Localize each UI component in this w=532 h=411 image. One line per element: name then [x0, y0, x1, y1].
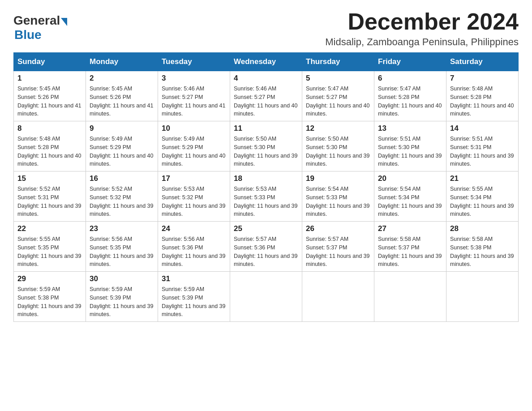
- day-info: Sunrise: 5:45 AMSunset: 5:26 PMDaylight:…: [17, 85, 82, 118]
- calendar-cell: [230, 272, 302, 322]
- day-number: 25: [234, 224, 298, 233]
- page-header: General Blue December 2024 Midsalip, Zam…: [13, 9, 519, 48]
- calendar-table: SundayMondayTuesdayWednesdayThursdayFrid…: [13, 52, 519, 322]
- calendar-cell: 13Sunrise: 5:51 AMSunset: 5:30 PMDayligh…: [374, 121, 446, 171]
- logo-general-text: General: [13, 13, 60, 28]
- day-number: 9: [90, 124, 154, 133]
- day-info: Sunrise: 5:54 AMSunset: 5:34 PMDaylight:…: [378, 185, 442, 218]
- logo-arrow-icon: [61, 18, 67, 26]
- day-number: 10: [162, 124, 226, 133]
- calendar-cell: 11Sunrise: 5:50 AMSunset: 5:30 PMDayligh…: [230, 121, 302, 171]
- day-info: Sunrise: 5:48 AMSunset: 5:28 PMDaylight:…: [17, 135, 82, 168]
- calendar-cell: 1Sunrise: 5:45 AMSunset: 5:26 PMDaylight…: [14, 71, 86, 121]
- day-info: Sunrise: 5:52 AMSunset: 5:32 PMDaylight:…: [90, 185, 154, 218]
- day-number: 21: [450, 174, 515, 183]
- day-info: Sunrise: 5:56 AMSunset: 5:35 PMDaylight:…: [90, 235, 154, 269]
- calendar-cell: 20Sunrise: 5:54 AMSunset: 5:34 PMDayligh…: [374, 171, 446, 222]
- day-number: 15: [17, 174, 82, 183]
- month-title: December 2024: [325, 9, 519, 34]
- calendar-cell: 10Sunrise: 5:49 AMSunset: 5:29 PMDayligh…: [158, 121, 230, 171]
- week-row-3: 15Sunrise: 5:52 AMSunset: 5:31 PMDayligh…: [14, 171, 519, 222]
- day-number: 11: [234, 124, 298, 133]
- calendar-cell: 5Sunrise: 5:47 AMSunset: 5:27 PMDaylight…: [302, 71, 374, 121]
- calendar-cell: 30Sunrise: 5:59 AMSunset: 5:39 PMDayligh…: [86, 272, 158, 322]
- day-number: 23: [90, 224, 154, 233]
- day-number: 12: [306, 124, 370, 133]
- week-row-5: 29Sunrise: 5:59 AMSunset: 5:38 PMDayligh…: [14, 272, 519, 322]
- calendar-cell: 18Sunrise: 5:53 AMSunset: 5:33 PMDayligh…: [230, 171, 302, 222]
- day-info: Sunrise: 5:59 AMSunset: 5:39 PMDaylight:…: [162, 285, 226, 319]
- day-info: Sunrise: 5:49 AMSunset: 5:29 PMDaylight:…: [162, 135, 226, 168]
- day-number: 22: [17, 224, 82, 233]
- day-info: Sunrise: 5:54 AMSunset: 5:33 PMDaylight:…: [306, 185, 370, 218]
- calendar-cell: 15Sunrise: 5:52 AMSunset: 5:31 PMDayligh…: [14, 171, 86, 222]
- calendar-cell: [446, 272, 519, 322]
- day-info: Sunrise: 5:55 AMSunset: 5:34 PMDaylight:…: [450, 185, 515, 218]
- day-number: 20: [378, 174, 442, 183]
- logo-blue-text: Blue: [14, 28, 67, 42]
- day-info: Sunrise: 5:56 AMSunset: 5:36 PMDaylight:…: [162, 235, 226, 269]
- day-number: 26: [306, 224, 370, 233]
- calendar-cell: 12Sunrise: 5:50 AMSunset: 5:30 PMDayligh…: [302, 121, 374, 171]
- calendar-cell: 22Sunrise: 5:55 AMSunset: 5:35 PMDayligh…: [14, 222, 86, 272]
- day-number: 7: [450, 74, 515, 83]
- day-number: 3: [162, 74, 226, 83]
- day-info: Sunrise: 5:55 AMSunset: 5:35 PMDaylight:…: [17, 235, 82, 269]
- day-info: Sunrise: 5:45 AMSunset: 5:26 PMDaylight:…: [90, 85, 154, 118]
- calendar-cell: 17Sunrise: 5:53 AMSunset: 5:32 PMDayligh…: [158, 171, 230, 222]
- calendar-cell: 9Sunrise: 5:49 AMSunset: 5:29 PMDaylight…: [86, 121, 158, 171]
- calendar-cell: 28Sunrise: 5:58 AMSunset: 5:38 PMDayligh…: [446, 222, 519, 272]
- day-number: 14: [450, 124, 515, 133]
- calendar-cell: 16Sunrise: 5:52 AMSunset: 5:32 PMDayligh…: [86, 171, 158, 222]
- day-number: 30: [90, 274, 154, 283]
- day-number: 31: [162, 274, 226, 283]
- day-number: 19: [306, 174, 370, 183]
- calendar-cell: 29Sunrise: 5:59 AMSunset: 5:38 PMDayligh…: [14, 272, 86, 322]
- calendar-cell: 31Sunrise: 5:59 AMSunset: 5:39 PMDayligh…: [158, 272, 230, 322]
- calendar-cell: 2Sunrise: 5:45 AMSunset: 5:26 PMDaylight…: [86, 71, 158, 121]
- day-number: 1: [17, 74, 82, 83]
- calendar-cell: 7Sunrise: 5:48 AMSunset: 5:28 PMDaylight…: [446, 71, 519, 121]
- weekday-header-tuesday: Tuesday: [158, 53, 230, 71]
- day-info: Sunrise: 5:47 AMSunset: 5:28 PMDaylight:…: [378, 85, 442, 118]
- day-info: Sunrise: 5:58 AMSunset: 5:37 PMDaylight:…: [378, 235, 442, 269]
- calendar-cell: 21Sunrise: 5:55 AMSunset: 5:34 PMDayligh…: [446, 171, 519, 222]
- day-info: Sunrise: 5:59 AMSunset: 5:38 PMDaylight:…: [17, 285, 82, 319]
- day-number: 27: [378, 224, 442, 233]
- day-number: 4: [234, 74, 298, 83]
- calendar-cell: 24Sunrise: 5:56 AMSunset: 5:36 PMDayligh…: [158, 222, 230, 272]
- calendar-cell: 8Sunrise: 5:48 AMSunset: 5:28 PMDaylight…: [14, 121, 86, 171]
- calendar-cell: 26Sunrise: 5:57 AMSunset: 5:37 PMDayligh…: [302, 222, 374, 272]
- calendar-cell: [374, 272, 446, 322]
- day-number: 18: [234, 174, 298, 183]
- day-info: Sunrise: 5:47 AMSunset: 5:27 PMDaylight:…: [306, 85, 370, 118]
- calendar-cell: 27Sunrise: 5:58 AMSunset: 5:37 PMDayligh…: [374, 222, 446, 272]
- day-info: Sunrise: 5:46 AMSunset: 5:27 PMDaylight:…: [234, 85, 298, 118]
- weekday-header-row: SundayMondayTuesdayWednesdayThursdayFrid…: [14, 53, 519, 71]
- calendar-cell: [302, 272, 374, 322]
- day-info: Sunrise: 5:50 AMSunset: 5:30 PMDaylight:…: [234, 135, 298, 168]
- day-number: 13: [378, 124, 442, 133]
- calendar-cell: 3Sunrise: 5:46 AMSunset: 5:27 PMDaylight…: [158, 71, 230, 121]
- weekday-header-sunday: Sunday: [14, 53, 86, 71]
- day-info: Sunrise: 5:59 AMSunset: 5:39 PMDaylight:…: [90, 285, 154, 319]
- day-number: 17: [162, 174, 226, 183]
- weekday-header-saturday: Saturday: [446, 53, 519, 71]
- weekday-header-friday: Friday: [374, 53, 446, 71]
- week-row-2: 8Sunrise: 5:48 AMSunset: 5:28 PMDaylight…: [14, 121, 519, 171]
- day-number: 29: [17, 274, 82, 283]
- week-row-1: 1Sunrise: 5:45 AMSunset: 5:26 PMDaylight…: [14, 71, 519, 121]
- weekday-header-thursday: Thursday: [302, 53, 374, 71]
- day-number: 8: [17, 124, 82, 133]
- calendar-cell: 25Sunrise: 5:57 AMSunset: 5:36 PMDayligh…: [230, 222, 302, 272]
- location-title: Midsalip, Zamboanga Peninsula, Philippin…: [325, 36, 519, 48]
- day-number: 28: [450, 224, 515, 233]
- calendar-cell: 14Sunrise: 5:51 AMSunset: 5:31 PMDayligh…: [446, 121, 519, 171]
- calendar-cell: 19Sunrise: 5:54 AMSunset: 5:33 PMDayligh…: [302, 171, 374, 222]
- day-number: 16: [90, 174, 154, 183]
- weekday-header-monday: Monday: [86, 53, 158, 71]
- day-info: Sunrise: 5:57 AMSunset: 5:37 PMDaylight:…: [306, 235, 370, 269]
- calendar-cell: 4Sunrise: 5:46 AMSunset: 5:27 PMDaylight…: [230, 71, 302, 121]
- day-info: Sunrise: 5:51 AMSunset: 5:30 PMDaylight:…: [378, 135, 442, 168]
- day-info: Sunrise: 5:58 AMSunset: 5:38 PMDaylight:…: [450, 235, 515, 269]
